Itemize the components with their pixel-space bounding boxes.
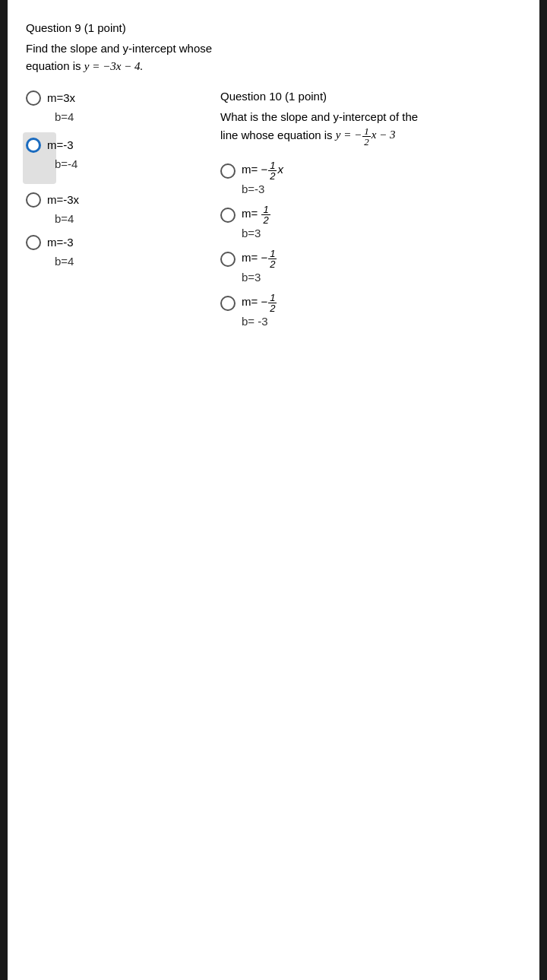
q9-option-b[interactable]: m=-3 b=-4 <box>23 132 56 184</box>
q10-label-b-m: m= 12 <box>242 205 271 225</box>
q9-radio-c[interactable] <box>26 192 41 208</box>
q10-radio-b[interactable] <box>220 208 236 223</box>
q9-points: (1 point) <box>84 21 126 34</box>
q10-header: Question 10 (1 point) <box>220 90 521 103</box>
q9-label-a-b: b=4 <box>55 110 208 123</box>
q9-options: m=3x b=4 m=-3 b=-4 m=-3x <box>26 90 208 337</box>
q9-option-c[interactable]: m=-3x b=4 <box>26 192 208 225</box>
q9-label-b-m: m=-3 <box>47 137 74 153</box>
q10-option-b[interactable]: m= 12 b=3 <box>220 205 521 239</box>
q9-radio-d[interactable] <box>26 235 41 250</box>
question-9: Question 9 (1 point) Find the slope and … <box>26 21 521 337</box>
q10-question-text: What is the slope and y-intercept of the… <box>220 109 521 147</box>
q9-equation: y = −3x − 4. <box>84 60 143 72</box>
q10-label-d-b: b= -3 <box>242 315 521 328</box>
q9-option-a[interactable]: m=3x b=4 <box>26 90 208 123</box>
q9-option-d[interactable]: m=-3 b=4 <box>26 234 208 268</box>
q10-radio-a[interactable] <box>220 163 236 179</box>
q10-label-d-m: m= −12 <box>242 293 277 313</box>
q10-radio-c[interactable] <box>220 252 236 267</box>
q9-title: Question 9 <box>26 21 81 34</box>
page: Question 9 (1 point) Find the slope and … <box>8 0 539 980</box>
q9-radio-a[interactable] <box>26 90 41 106</box>
q10-label-c-m: m= −12 <box>242 249 277 269</box>
q9-header: Question 9 (1 point) <box>26 21 521 34</box>
q10-label-c-b: b=3 <box>242 271 521 284</box>
q9-question-text: Find the slope and y-intercept whose equ… <box>26 40 521 75</box>
q9-label-c-b: b=4 <box>55 212 208 225</box>
q9-label-c-m: m=-3x <box>47 192 79 208</box>
q9-label-d-b: b=4 <box>55 255 208 268</box>
q10-label-b-b: b=3 <box>242 227 521 239</box>
q9-radio-b[interactable] <box>26 138 41 153</box>
q9-label-a-m: m=3x <box>47 90 75 106</box>
q10-equation: y = −12x − 3 <box>336 128 396 141</box>
q9-label-d-m: m=-3 <box>47 234 74 250</box>
q10-option-c[interactable]: m= −12 b=3 <box>220 249 521 284</box>
q10-radio-d[interactable] <box>220 296 236 311</box>
q9-content-area: m=3x b=4 m=-3 b=-4 m=-3x <box>26 90 521 337</box>
q10-label-a-b: b=-3 <box>242 182 521 195</box>
q10-option-a[interactable]: m= −12x b=-3 <box>220 160 521 195</box>
q10-title: Question 10 <box>220 90 282 103</box>
q10-option-d[interactable]: m= −12 b= -3 <box>220 293 521 328</box>
q10-label-a-m: m= −12x <box>242 160 283 181</box>
q10-points: (1 point) <box>285 90 327 103</box>
question-10: Question 10 (1 point) What is the slope … <box>208 90 521 337</box>
